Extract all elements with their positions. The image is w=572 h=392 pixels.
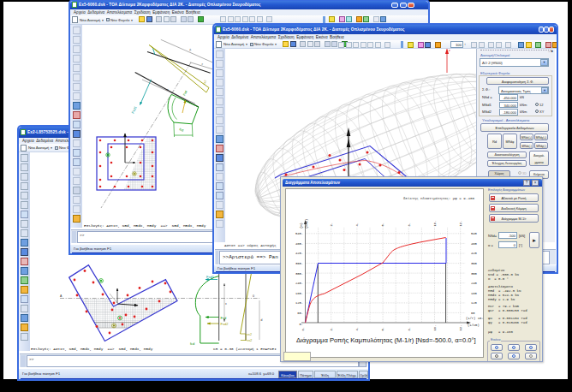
- svg-text:d: d: [261, 318, 263, 322]
- svg-text:b: b: [189, 48, 192, 51]
- svg-text:180: 180: [471, 292, 478, 295]
- svg-text:(1/r) 10³: (1/r) 10³: [466, 317, 484, 320]
- svg-text:0: 0: [253, 294, 254, 298]
- svg-text:Fsd: Fsd: [182, 90, 188, 96]
- svg-text:εs2: εs2: [247, 333, 252, 336]
- svg-text:Fsd2: Fsd2: [221, 322, 229, 326]
- svg-text:540: 540: [471, 232, 478, 235]
- svg-text:360: 360: [471, 262, 478, 265]
- svg-text:0.: 0.: [299, 323, 303, 326]
- svg-text:480.: 480.: [295, 242, 303, 246]
- svg-text:x: x: [201, 62, 204, 66]
- svg-text:300: 300: [471, 272, 478, 276]
- svg-text:10.: 10.: [433, 221, 437, 227]
- svg-text:360.: 360.: [295, 262, 303, 265]
- svg-text:10.: 10.: [433, 325, 437, 331]
- svg-text:(kNm): (kNm): [305, 219, 308, 229]
- svg-text:60: 60: [471, 312, 475, 315]
- svg-text:8.: 8.: [408, 223, 411, 227]
- svg-text:2.: 2.: [330, 327, 333, 331]
- svg-text:A: A: [60, 294, 63, 298]
- svg-text:Fsd1: Fsd1: [206, 275, 215, 279]
- svg-text:4.: 4.: [355, 327, 359, 331]
- svg-text:540.: 540.: [295, 232, 303, 235]
- svg-text:δείκτης Πλαστιμότητας: μφ = 9.: δείκτης Πλαστιμότητας: μφ = 9.480: [403, 197, 474, 200]
- svg-text:240.: 240.: [295, 282, 303, 285]
- svg-text:d: d: [166, 88, 169, 92]
- svg-text:x: x: [225, 302, 227, 306]
- svg-text:εs2: εs2: [202, 80, 207, 85]
- svg-text:6.: 6.: [381, 223, 384, 227]
- svg-text:0.: 0.: [301, 327, 305, 331]
- svg-text:120.: 120.: [295, 301, 303, 305]
- svg-text:180.: 180.: [295, 292, 303, 295]
- svg-text:420: 420: [471, 252, 478, 255]
- svg-text:480: 480: [471, 242, 478, 246]
- svg-text:fcd: fcd: [190, 342, 194, 345]
- svg-text:2.: 2.: [330, 223, 333, 227]
- svg-text:300.: 300.: [295, 272, 303, 276]
- svg-text:120: 120: [471, 301, 478, 305]
- svg-text:12.: 12.: [459, 221, 462, 227]
- svg-text:(1/cm): (1/cm): [468, 324, 480, 327]
- svg-text:12.: 12.: [459, 325, 462, 331]
- svg-text:420.: 420.: [295, 252, 303, 255]
- svg-text:240: 240: [471, 282, 478, 285]
- svg-text:Fsd1: Fsd1: [130, 105, 138, 115]
- svg-text:60.: 60.: [297, 312, 303, 315]
- svg-text:8.: 8.: [408, 327, 411, 331]
- svg-text:ns2: ns2: [247, 339, 253, 342]
- svg-text:Fsd: Fsd: [221, 316, 227, 320]
- svg-text:6.: 6.: [381, 327, 384, 331]
- svg-text:z: z: [449, 49, 450, 52]
- svg-text:(M): (M): [300, 223, 303, 229]
- svg-text:4.: 4.: [355, 223, 359, 227]
- svg-text:fcd: fcd: [179, 128, 184, 132]
